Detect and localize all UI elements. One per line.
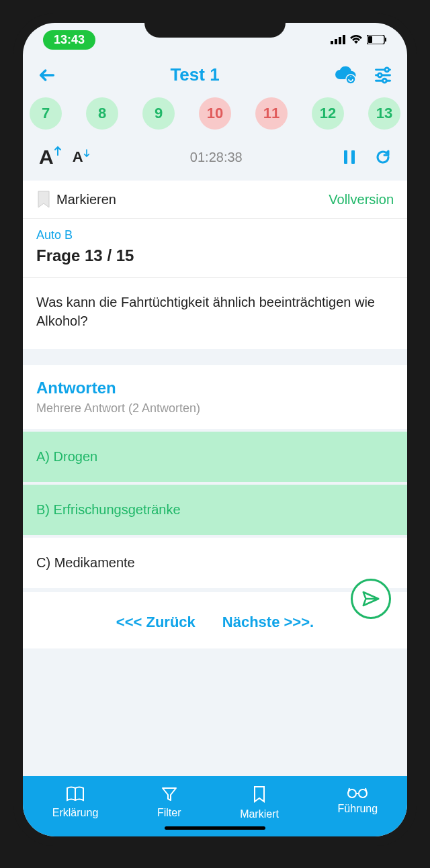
pause-icon bbox=[343, 149, 356, 165]
nav-row: <<< Zurück Nächste >>>. bbox=[23, 588, 407, 648]
answer-option-0[interactable]: A) Drogen bbox=[23, 429, 407, 482]
bookmark-nav-icon bbox=[252, 785, 267, 804]
question-pills: 78910111213 bbox=[23, 97, 407, 139]
question-header: Auto B Frage 13 / 15 bbox=[23, 219, 407, 278]
prev-button[interactable]: <<< Zurück bbox=[116, 614, 196, 631]
cloud-sync-icon bbox=[333, 66, 357, 85]
svg-rect-1 bbox=[335, 39, 337, 44]
font-increase-button[interactable]: A bbox=[39, 146, 62, 168]
svg-rect-14 bbox=[344, 150, 347, 164]
answers-list: A) DrogenB) ErfrischungsgetränkeC) Medik… bbox=[23, 429, 407, 588]
question-pill-8[interactable]: 8 bbox=[86, 97, 118, 130]
category-label: Auto B bbox=[36, 228, 394, 242]
reload-icon bbox=[375, 149, 391, 165]
svg-rect-15 bbox=[351, 150, 355, 164]
question-pill-11[interactable]: 11 bbox=[255, 97, 288, 130]
svg-rect-3 bbox=[343, 35, 345, 44]
bottom-nav-markiert[interactable]: Markiert bbox=[240, 785, 279, 820]
bottom-nav-erklarung[interactable]: Erklärung bbox=[52, 785, 98, 820]
svg-rect-0 bbox=[331, 41, 333, 44]
phone-frame: 13:43 Test 1 78910111213 bbox=[13, 13, 417, 846]
answers-subtitle: Mehrere Antwort (2 Antworten) bbox=[23, 401, 407, 429]
question-pill-9[interactable]: 9 bbox=[142, 97, 175, 130]
question-pill-10[interactable]: 10 bbox=[199, 97, 231, 130]
question-counter: Frage 13 / 15 bbox=[36, 246, 394, 265]
bottom-nav-label: Führung bbox=[338, 803, 378, 815]
home-indicator[interactable] bbox=[165, 826, 265, 830]
toolbar: A A 01:28:38 bbox=[23, 139, 407, 181]
phone-screen: 13:43 Test 1 78910111213 bbox=[23, 23, 407, 836]
send-fab[interactable] bbox=[351, 579, 391, 619]
status-time: 13:43 bbox=[43, 30, 95, 50]
answers-title: Antworten bbox=[23, 365, 407, 401]
svg-rect-5 bbox=[385, 38, 386, 42]
mark-row: Markieren Vollversion bbox=[23, 181, 407, 219]
settings-button[interactable] bbox=[374, 66, 392, 85]
svg-point-9 bbox=[385, 67, 389, 71]
arrow-down-icon bbox=[83, 148, 90, 158]
answer-option-2[interactable]: C) Medikamente bbox=[23, 535, 407, 588]
cloud-sync-button[interactable] bbox=[333, 66, 357, 85]
question-text: Was kann die Fahrtüchtigkeit ähnlich bee… bbox=[23, 278, 407, 349]
header: Test 1 bbox=[23, 56, 407, 97]
wifi-icon bbox=[349, 35, 363, 44]
battery-icon bbox=[367, 35, 387, 44]
timer: 01:28:38 bbox=[101, 150, 332, 165]
svg-point-7 bbox=[346, 75, 355, 84]
answers-section: Antworten Mehrere Antwort (2 Antworten) bbox=[23, 365, 407, 429]
mark-label[interactable]: Markieren bbox=[56, 192, 116, 207]
notch bbox=[144, 13, 286, 38]
bottom-nav-label: Filter bbox=[157, 807, 181, 819]
fullversion-link[interactable]: Vollversion bbox=[329, 192, 394, 207]
svg-point-11 bbox=[378, 73, 382, 77]
status-icons bbox=[331, 35, 387, 44]
glasses-icon bbox=[346, 785, 369, 799]
reload-button[interactable] bbox=[375, 149, 391, 165]
bottom-nav-fuhrung[interactable]: Führung bbox=[338, 785, 378, 820]
back-button[interactable] bbox=[38, 66, 56, 85]
arrow-up-icon bbox=[54, 146, 62, 156]
answer-option-1[interactable]: B) Erfrischungsgetränke bbox=[23, 482, 407, 535]
bottom-nav-label: Markiert bbox=[240, 808, 279, 820]
svg-rect-6 bbox=[368, 36, 372, 43]
book-icon bbox=[65, 785, 85, 803]
font-decrease-button[interactable]: A bbox=[73, 148, 90, 166]
arrow-left-icon bbox=[38, 66, 56, 85]
bottom-nav-filter[interactable]: Filter bbox=[157, 785, 181, 820]
bottom-nav-label: Erklärung bbox=[52, 807, 98, 819]
pause-button[interactable] bbox=[343, 149, 356, 165]
question-pill-7[interactable]: 7 bbox=[30, 97, 62, 130]
filter-icon bbox=[161, 785, 178, 803]
bookmark-icon[interactable] bbox=[36, 190, 51, 209]
sliders-icon bbox=[374, 66, 392, 85]
question-pill-12[interactable]: 12 bbox=[312, 97, 344, 130]
send-icon bbox=[361, 589, 381, 609]
next-button[interactable]: Nächste >>>. bbox=[222, 614, 314, 631]
question-pill-13[interactable]: 13 bbox=[368, 97, 400, 130]
svg-point-13 bbox=[382, 79, 386, 83]
gap bbox=[23, 349, 407, 365]
signal-icon bbox=[331, 35, 345, 44]
page-title: Test 1 bbox=[56, 64, 333, 85]
svg-rect-2 bbox=[339, 37, 341, 44]
